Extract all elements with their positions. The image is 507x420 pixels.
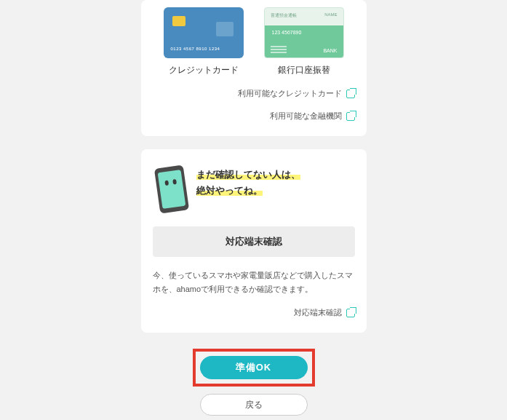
available-credit-cards-link[interactable]: 利用可能なクレジットカード <box>153 88 355 99</box>
device-notice: まだ確認してない人は、 絶対やってね。 <box>153 149 355 226</box>
external-link-icon <box>346 90 355 98</box>
external-link-icon <box>346 112 355 121</box>
credit-card-label: クレジットカード <box>169 64 239 76</box>
bottom-actions: 準備OK 戻る <box>141 346 367 419</box>
phone-character-icon <box>153 165 188 214</box>
bankbook-icon: 普通預金通帳 NAME 123 4567890 BANK <box>264 7 344 58</box>
bank-transfer-option[interactable]: 普通預金通帳 NAME 123 4567890 BANK 銀行口座振替 <box>264 7 344 76</box>
available-banks-link[interactable]: 利用可能な金融機関 <box>153 111 355 122</box>
device-check-button[interactable]: 対応端末確認 <box>153 226 355 257</box>
highlight-frame: 準備OK <box>193 349 315 387</box>
device-notice-text: まだ確認してない人は、 絶対やってね。 <box>196 167 351 199</box>
back-button[interactable]: 戻る <box>200 394 308 416</box>
device-check-card: まだ確認してない人は、 絶対やってね。 対応端末確認 今、使っているスマホや家電… <box>141 149 367 333</box>
payment-method-card: 0123 4567 8910 1234 クレジットカード 普通預金通帳 NAME… <box>141 0 367 136</box>
external-link-icon <box>346 309 355 317</box>
ready-ok-button[interactable]: 準備OK <box>200 356 308 379</box>
page-content: 0123 4567 8910 1234 クレジットカード 普通預金通帳 NAME… <box>141 0 367 420</box>
payment-options: 0123 4567 8910 1234 クレジットカード 普通預金通帳 NAME… <box>153 0 355 76</box>
bank-transfer-label: 銀行口座振替 <box>278 64 330 76</box>
credit-card-option[interactable]: 0123 4567 8910 1234 クレジットカード <box>164 7 244 76</box>
device-check-description: 今、使っているスマホや家電量販店などで購入したスマホを、ahamoで利用できるか… <box>153 269 355 296</box>
device-check-link[interactable]: 対応端末確認 <box>153 307 355 318</box>
credit-card-icon: 0123 4567 8910 1234 <box>164 7 244 58</box>
